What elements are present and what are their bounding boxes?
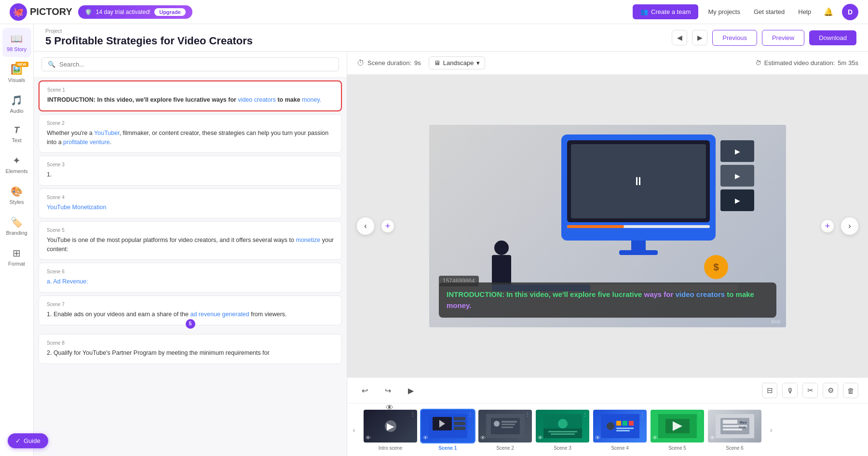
search-input-wrap[interactable]: 🔍 bbox=[41, 57, 339, 71]
monitor-progress bbox=[567, 225, 710, 228]
scene-card-4[interactable]: Scene 4 YouTube Monetization bbox=[39, 188, 342, 218]
story-icon: 📖 bbox=[11, 33, 23, 44]
branding-icon: 🏷️ bbox=[11, 216, 23, 228]
film-scene-5[interactable]: 👁 ⋮ Scene 5 bbox=[650, 409, 705, 451]
scene-card-3[interactable]: Scene 3 1. bbox=[39, 156, 342, 186]
scene-card-1[interactable]: Scene 1 INTRODUCTION: In this video, we'… bbox=[39, 80, 342, 111]
film-scene-intro[interactable]: ▶ ▶ 👁 ⋮ Intro scene bbox=[363, 409, 418, 451]
scene-card-8[interactable]: Scene 8 2. Qualify for YouTube's Partner… bbox=[39, 334, 342, 364]
film-thumb-img-2 bbox=[478, 410, 532, 443]
help-link[interactable]: Help bbox=[794, 8, 815, 15]
video-prev-button[interactable]: ‹ bbox=[357, 217, 374, 235]
film-scene-6[interactable]: Rev nue 👁 ⋮ Scene 6 bbox=[707, 409, 762, 451]
film-eye-2[interactable]: 👁 bbox=[480, 435, 486, 441]
delete-button[interactable]: 🗑 bbox=[843, 383, 858, 398]
back-nav-button[interactable]: ◀ bbox=[672, 30, 687, 45]
video-scene-image: ⏸ bbox=[429, 125, 786, 327]
scene1-svg bbox=[429, 414, 467, 438]
film-dots-5[interactable]: ⋮ bbox=[697, 412, 702, 417]
estimated-duration-label: Estimated video duration: bbox=[764, 59, 835, 67]
filmstrip-prev-button[interactable]: ‹ bbox=[347, 426, 361, 434]
scissors-button[interactable]: ✂ bbox=[802, 383, 818, 398]
scene-card-2[interactable]: Scene 2 Whether you're a YouTuber, filmm… bbox=[39, 114, 342, 153]
monitor-body: ⏸ bbox=[561, 134, 716, 241]
film-dots-4[interactable]: ⋮ bbox=[640, 412, 645, 417]
filmstrip: 👁 ‹ ▶ ▶ 👁 ⋮ bbox=[347, 403, 868, 456]
film-thumb-3: 👁 ⋮ bbox=[535, 409, 590, 443]
film-scene-4[interactable]: 👁 ⋮ Scene 4 bbox=[592, 409, 648, 451]
forward-nav-button[interactable]: ▶ bbox=[692, 30, 707, 45]
project-info: Project 5 Profitable Strategies for Vide… bbox=[45, 28, 672, 47]
preview-button[interactable]: Preview bbox=[762, 30, 804, 46]
film-eye-1[interactable]: 👁 bbox=[423, 435, 428, 441]
svg-rect-23 bbox=[616, 430, 630, 431]
side-thumb-3: ▶ bbox=[720, 189, 754, 211]
sidebar-item-story[interactable]: 📖 98 Story bbox=[2, 28, 31, 57]
top-navigation: 🐙 PICTORY 🛡️ 14 day trial activated! Upg… bbox=[0, 0, 868, 24]
sidebar-item-text[interactable]: T Text bbox=[2, 121, 31, 148]
svg-rect-19 bbox=[616, 421, 621, 426]
sidebar-item-elements[interactable]: ✦ Elements bbox=[2, 150, 31, 179]
film-dots-1[interactable]: ⋮ bbox=[468, 412, 473, 417]
film-dots-2[interactable]: ⋮ bbox=[525, 412, 530, 417]
filmstrip-scenes: ▶ ▶ 👁 ⋮ Intro scene bbox=[361, 409, 764, 451]
scene-1-text: INTRODUCTION: In this video, we'll explo… bbox=[47, 95, 333, 105]
search-input[interactable] bbox=[59, 61, 333, 68]
sidebar-item-branding[interactable]: 🏷️ Branding bbox=[2, 212, 31, 241]
video-panel: ⏱ Scene duration: 9s 🖥 Landscape ▾ ⏱ Est… bbox=[347, 52, 868, 456]
film-eye-5[interactable]: 👁 bbox=[652, 435, 658, 441]
get-started-link[interactable]: Get started bbox=[750, 8, 788, 15]
notification-bell[interactable]: 🔔 bbox=[821, 4, 836, 20]
svg-rect-9 bbox=[502, 421, 517, 423]
orientation-select[interactable]: 🖥 Landscape ▾ bbox=[429, 56, 486, 69]
sidebar-item-styles[interactable]: 🎨 Styles bbox=[2, 181, 31, 210]
guide-button[interactable]: ✓ Guide bbox=[8, 433, 48, 448]
video-next-button[interactable]: › bbox=[841, 217, 858, 235]
film-scene-2[interactable]: 👁 ⋮ Scene 2 bbox=[477, 409, 533, 451]
undo-button[interactable]: ↩ bbox=[357, 383, 372, 398]
sidebar-item-audio[interactable]: 🎵 Audio bbox=[2, 90, 31, 119]
scene5-svg bbox=[658, 414, 697, 438]
microphone-button[interactable]: 🎙 bbox=[782, 383, 798, 398]
filmstrip-next-button[interactable]: › bbox=[764, 426, 778, 434]
download-button[interactable]: Download bbox=[809, 30, 856, 45]
app-logo[interactable]: 🐙 PICTORY bbox=[10, 3, 72, 21]
subtitles-button[interactable]: ⊟ bbox=[762, 383, 777, 398]
add-scene-left-button[interactable]: + bbox=[381, 219, 394, 233]
film-eye-intro[interactable]: 👁 bbox=[366, 435, 371, 441]
film-label-intro: Intro scene bbox=[379, 445, 402, 451]
play-button[interactable]: ▶ bbox=[403, 383, 419, 398]
project-title: 5 Profitable Strategies for Video Creato… bbox=[45, 35, 672, 47]
previous-button[interactable]: Previous bbox=[712, 30, 757, 46]
scene-card-6[interactable]: Scene 6 a. Ad Revenue: bbox=[39, 263, 342, 293]
create-team-button[interactable]: 👥 Create a team bbox=[633, 4, 698, 19]
user-avatar[interactable]: D bbox=[842, 4, 858, 20]
scene-card-5[interactable]: Scene 5 YouTube is one of the most popul… bbox=[39, 221, 342, 260]
project-header: Project 5 Profitable Strategies for Vide… bbox=[34, 24, 868, 52]
trial-label: 14 day trial activated! bbox=[96, 9, 150, 15]
svg-rect-5 bbox=[454, 427, 465, 430]
upgrade-button[interactable]: Upgrade bbox=[154, 8, 186, 16]
film-eye-6[interactable]: 👁 bbox=[710, 435, 715, 441]
film-dots-intro[interactable]: ⋮ bbox=[410, 412, 415, 417]
header-actions: ◀ ▶ Previous Preview Download bbox=[672, 30, 856, 46]
film-eye-3[interactable]: 👁 bbox=[538, 435, 543, 441]
trial-badge[interactable]: 🛡️ 14 day trial activated! Upgrade bbox=[78, 5, 192, 19]
sidebar-label-text: Text bbox=[12, 137, 21, 143]
film-dots-3[interactable]: ⋮ bbox=[583, 412, 587, 417]
add-scene-right-button[interactable]: + bbox=[821, 219, 834, 233]
scene-8-text: 2. Qualify for YouTube's Partner Program… bbox=[47, 349, 334, 358]
settings-button[interactable]: ⚙ bbox=[823, 383, 838, 398]
film-scene-1[interactable]: 👁 ⋮ Scene 1 bbox=[420, 409, 475, 451]
sidebar-item-format[interactable]: ⊞ Format bbox=[2, 242, 31, 271]
scene-card-7[interactable]: Scene 7 1. Enable ads on your videos and… bbox=[39, 295, 342, 325]
sidebar-item-visuals[interactable]: 🖼️ NEW Visuals bbox=[2, 59, 31, 88]
film-thumb-img-5 bbox=[651, 410, 704, 443]
film-scene-3[interactable]: 👁 ⋮ Scene 3 bbox=[535, 409, 590, 451]
scene-5-text: YouTube is one of the most popular platf… bbox=[47, 236, 334, 254]
redo-button[interactable]: ↪ bbox=[380, 383, 395, 398]
my-projects-link[interactable]: My projects bbox=[704, 8, 744, 15]
film-eye-4[interactable]: 👁 bbox=[595, 435, 600, 441]
film-dots-6[interactable]: ⋮ bbox=[755, 412, 760, 417]
svg-rect-22 bbox=[616, 428, 634, 429]
